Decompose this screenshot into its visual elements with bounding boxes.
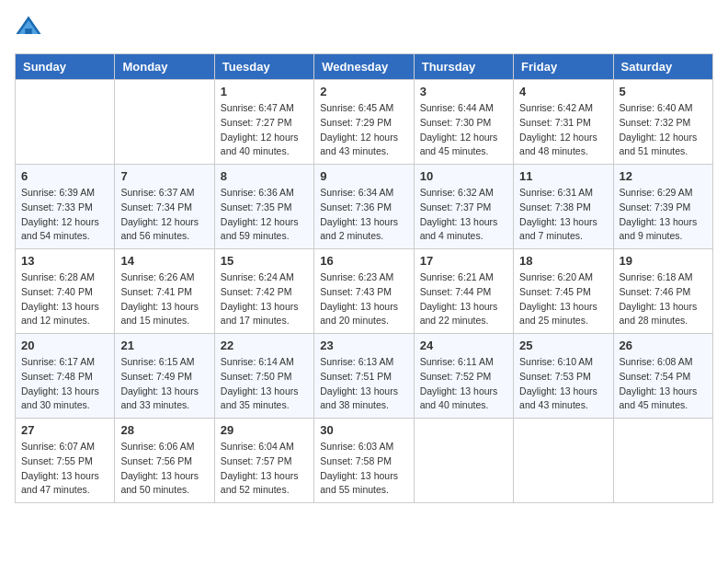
calendar-cell xyxy=(115,80,214,165)
day-info: Sunrise: 6:04 AMSunset: 7:57 PMDaylight:… xyxy=(221,440,308,498)
calendar-cell: 1Sunrise: 6:47 AMSunset: 7:27 PMDaylight… xyxy=(214,80,313,165)
calendar-cell: 20Sunrise: 6:17 AMSunset: 7:48 PMDayligh… xyxy=(16,334,115,419)
calendar-cell: 25Sunrise: 6:10 AMSunset: 7:53 PMDayligh… xyxy=(514,334,613,419)
calendar-cell: 14Sunrise: 6:26 AMSunset: 7:41 PMDayligh… xyxy=(115,249,214,334)
calendar-cell: 28Sunrise: 6:06 AMSunset: 7:56 PMDayligh… xyxy=(115,419,214,503)
day-number: 25 xyxy=(519,339,607,352)
day-number: 26 xyxy=(620,339,707,352)
calendar-week-row: 13Sunrise: 6:28 AMSunset: 7:40 PMDayligh… xyxy=(16,249,713,334)
day-header-monday: Monday xyxy=(115,54,214,80)
day-number: 30 xyxy=(320,423,407,437)
day-header-thursday: Thursday xyxy=(414,54,513,80)
day-info: Sunrise: 6:03 AMSunset: 7:58 PMDaylight:… xyxy=(320,440,407,498)
calendar-cell: 19Sunrise: 6:18 AMSunset: 7:46 PMDayligh… xyxy=(613,249,712,334)
calendar-cell: 7Sunrise: 6:37 AMSunset: 7:34 PMDaylight… xyxy=(115,165,214,249)
calendar-cell xyxy=(414,419,513,503)
calendar-cell: 12Sunrise: 6:29 AMSunset: 7:39 PMDayligh… xyxy=(613,165,712,249)
calendar-header-row: SundayMondayTuesdayWednesdayThursdayFrid… xyxy=(16,54,713,80)
day-info: Sunrise: 6:26 AMSunset: 7:41 PMDaylight:… xyxy=(120,270,208,328)
day-info: Sunrise: 6:31 AMSunset: 7:38 PMDaylight:… xyxy=(519,186,607,244)
calendar-cell xyxy=(514,419,613,503)
day-info: Sunrise: 6:44 AMSunset: 7:30 PMDaylight:… xyxy=(420,101,507,159)
day-number: 13 xyxy=(21,254,108,268)
day-number: 10 xyxy=(420,169,507,183)
day-number: 9 xyxy=(320,169,407,183)
calendar-cell: 8Sunrise: 6:36 AMSunset: 7:35 PMDaylight… xyxy=(214,165,313,249)
calendar-cell: 21Sunrise: 6:15 AMSunset: 7:49 PMDayligh… xyxy=(115,334,214,419)
day-info: Sunrise: 6:39 AMSunset: 7:33 PMDaylight:… xyxy=(21,186,108,244)
calendar-cell: 26Sunrise: 6:08 AMSunset: 7:54 PMDayligh… xyxy=(613,334,712,419)
calendar-cell: 18Sunrise: 6:20 AMSunset: 7:45 PMDayligh… xyxy=(514,249,613,334)
day-info: Sunrise: 6:42 AMSunset: 7:31 PMDaylight:… xyxy=(519,101,607,159)
day-number: 24 xyxy=(420,339,507,352)
day-info: Sunrise: 6:14 AMSunset: 7:50 PMDaylight:… xyxy=(221,355,308,413)
calendar-cell: 27Sunrise: 6:07 AMSunset: 7:55 PMDayligh… xyxy=(16,419,115,503)
day-number: 6 xyxy=(21,169,108,183)
day-number: 14 xyxy=(120,254,208,268)
calendar-cell: 3Sunrise: 6:44 AMSunset: 7:30 PMDaylight… xyxy=(414,80,513,165)
day-info: Sunrise: 6:47 AMSunset: 7:27 PMDaylight:… xyxy=(221,101,308,159)
day-number: 5 xyxy=(620,85,707,98)
day-info: Sunrise: 6:23 AMSunset: 7:43 PMDaylight:… xyxy=(320,270,407,328)
day-info: Sunrise: 6:18 AMSunset: 7:46 PMDaylight:… xyxy=(620,270,707,328)
day-header-friday: Friday xyxy=(514,54,613,80)
page-header xyxy=(15,15,713,42)
day-info: Sunrise: 6:13 AMSunset: 7:51 PMDaylight:… xyxy=(320,355,407,413)
calendar-cell: 29Sunrise: 6:04 AMSunset: 7:57 PMDayligh… xyxy=(214,419,313,503)
day-number: 1 xyxy=(221,85,308,98)
calendar-cell: 22Sunrise: 6:14 AMSunset: 7:50 PMDayligh… xyxy=(214,334,313,419)
day-number: 7 xyxy=(120,169,208,183)
calendar-table: SundayMondayTuesdayWednesdayThursdayFrid… xyxy=(15,53,713,503)
day-number: 17 xyxy=(420,254,507,268)
calendar-cell: 10Sunrise: 6:32 AMSunset: 7:37 PMDayligh… xyxy=(414,165,513,249)
day-number: 8 xyxy=(221,169,308,183)
day-number: 18 xyxy=(519,254,607,268)
calendar-cell: 6Sunrise: 6:39 AMSunset: 7:33 PMDaylight… xyxy=(16,165,115,249)
day-number: 12 xyxy=(620,169,707,183)
day-number: 15 xyxy=(221,254,308,268)
calendar-cell: 30Sunrise: 6:03 AMSunset: 7:58 PMDayligh… xyxy=(314,419,414,503)
calendar-cell: 15Sunrise: 6:24 AMSunset: 7:42 PMDayligh… xyxy=(214,249,313,334)
day-header-saturday: Saturday xyxy=(613,54,712,80)
day-info: Sunrise: 6:17 AMSunset: 7:48 PMDaylight:… xyxy=(21,355,108,413)
logo xyxy=(15,15,46,42)
calendar-cell: 24Sunrise: 6:11 AMSunset: 7:52 PMDayligh… xyxy=(414,334,513,419)
day-number: 4 xyxy=(519,85,607,98)
calendar-cell: 2Sunrise: 6:45 AMSunset: 7:29 PMDaylight… xyxy=(314,80,414,165)
day-number: 27 xyxy=(21,423,108,437)
day-info: Sunrise: 6:24 AMSunset: 7:42 PMDaylight:… xyxy=(221,270,308,328)
calendar-cell xyxy=(613,419,712,503)
calendar-week-row: 27Sunrise: 6:07 AMSunset: 7:55 PMDayligh… xyxy=(16,419,713,503)
day-info: Sunrise: 6:15 AMSunset: 7:49 PMDaylight:… xyxy=(120,355,208,413)
day-info: Sunrise: 6:21 AMSunset: 7:44 PMDaylight:… xyxy=(420,270,507,328)
day-number: 3 xyxy=(420,85,507,98)
calendar-cell: 23Sunrise: 6:13 AMSunset: 7:51 PMDayligh… xyxy=(314,334,414,419)
day-header-wednesday: Wednesday xyxy=(314,54,414,80)
day-info: Sunrise: 6:40 AMSunset: 7:32 PMDaylight:… xyxy=(620,101,707,159)
day-info: Sunrise: 6:10 AMSunset: 7:53 PMDaylight:… xyxy=(519,355,607,413)
calendar-cell: 16Sunrise: 6:23 AMSunset: 7:43 PMDayligh… xyxy=(314,249,414,334)
day-number: 19 xyxy=(620,254,707,268)
day-number: 2 xyxy=(320,85,407,98)
calendar-cell: 4Sunrise: 6:42 AMSunset: 7:31 PMDaylight… xyxy=(514,80,613,165)
calendar-week-row: 6Sunrise: 6:39 AMSunset: 7:33 PMDaylight… xyxy=(16,165,713,249)
day-number: 21 xyxy=(120,339,208,352)
day-number: 28 xyxy=(120,423,208,437)
calendar-cell: 11Sunrise: 6:31 AMSunset: 7:38 PMDayligh… xyxy=(514,165,613,249)
svg-rect-2 xyxy=(25,29,32,34)
day-info: Sunrise: 6:34 AMSunset: 7:36 PMDaylight:… xyxy=(320,186,407,244)
day-info: Sunrise: 6:28 AMSunset: 7:40 PMDaylight:… xyxy=(21,270,108,328)
day-info: Sunrise: 6:08 AMSunset: 7:54 PMDaylight:… xyxy=(620,355,707,413)
day-info: Sunrise: 6:45 AMSunset: 7:29 PMDaylight:… xyxy=(320,101,407,159)
day-info: Sunrise: 6:29 AMSunset: 7:39 PMDaylight:… xyxy=(620,186,707,244)
calendar-cell: 13Sunrise: 6:28 AMSunset: 7:40 PMDayligh… xyxy=(16,249,115,334)
calendar-cell: 17Sunrise: 6:21 AMSunset: 7:44 PMDayligh… xyxy=(414,249,513,334)
day-info: Sunrise: 6:06 AMSunset: 7:56 PMDaylight:… xyxy=(120,440,208,498)
day-info: Sunrise: 6:36 AMSunset: 7:35 PMDaylight:… xyxy=(221,186,308,244)
calendar-cell: 5Sunrise: 6:40 AMSunset: 7:32 PMDaylight… xyxy=(613,80,712,165)
day-info: Sunrise: 6:37 AMSunset: 7:34 PMDaylight:… xyxy=(120,186,208,244)
day-header-sunday: Sunday xyxy=(16,54,115,80)
calendar-cell xyxy=(16,80,115,165)
day-number: 23 xyxy=(320,339,407,352)
day-info: Sunrise: 6:07 AMSunset: 7:55 PMDaylight:… xyxy=(21,440,108,498)
